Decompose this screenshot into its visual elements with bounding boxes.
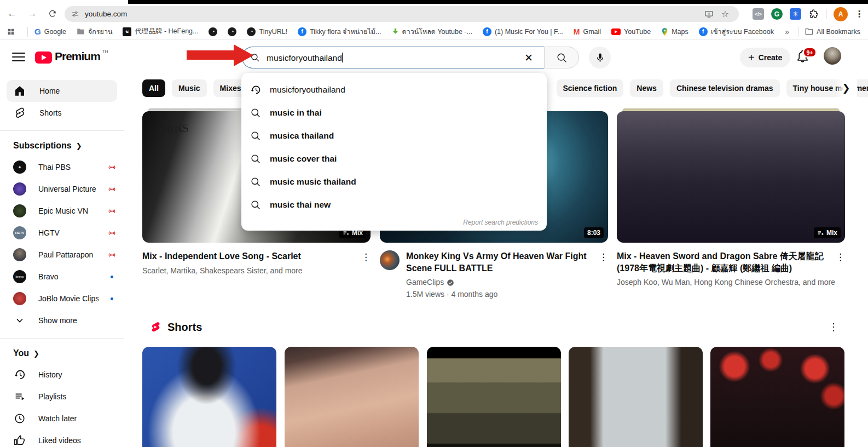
- bookmark-music-for-you[interactable]: f(1) Music For You | F...: [483, 27, 563, 36]
- youtube-premium-logo[interactable]: Premium TH: [35, 50, 108, 64]
- browser-menu-icon[interactable]: ⋮: [855, 9, 864, 19]
- video-title[interactable]: Monkey King Vs Army Of Heaven War Fight …: [406, 250, 608, 274]
- toolbar-divider: [826, 9, 826, 19]
- devtools-extension-icon[interactable]: </>: [753, 8, 764, 20]
- bookmark-tinyurl[interactable]: ◔TinyURL!: [247, 27, 287, 36]
- search-button[interactable]: [544, 47, 579, 68]
- snowflake-extension-icon[interactable]: ✳: [790, 8, 801, 20]
- site-info-icon[interactable]: [71, 10, 79, 18]
- account-avatar[interactable]: [824, 47, 841, 65]
- bookmark-globe-1[interactable]: ◔: [209, 27, 217, 36]
- bookmark-youtube[interactable]: YouTube: [611, 28, 651, 36]
- chip-chinese-tv-dramas[interactable]: Chinese television dramas: [670, 79, 780, 97]
- channel-name[interactable]: GameClips: [406, 277, 444, 288]
- sidebar-item-home[interactable]: Home: [7, 80, 117, 102]
- sidebar-subscription-joblo[interactable]: JoBlo Movie Clips: [0, 288, 124, 310]
- video-title[interactable]: Mix - Independent Love Song - Scarlet: [142, 250, 371, 262]
- browser-profile-avatar[interactable]: A: [834, 7, 848, 21]
- clear-search-button[interactable]: ✕: [521, 51, 536, 64]
- channel-avatar[interactable]: [380, 250, 400, 270]
- shorts-menu-button[interactable]: ⋮: [829, 321, 838, 333]
- verified-badge-icon: [447, 279, 454, 286]
- url-text[interactable]: youtube.com: [85, 10, 704, 18]
- sidebar-item-watch-later[interactable]: Watch later: [0, 408, 124, 429]
- search-icon: [250, 153, 261, 164]
- browser-toolbar: ← → youtube.com ☆ </> G ✳ A: [0, 4, 868, 24]
- sidebar-subscription-universal[interactable]: Universal Picture...: [0, 178, 124, 200]
- screen: ← → youtube.com ☆ </> G ✳ A: [0, 0, 868, 447]
- reload-icon: [48, 9, 57, 18]
- report-search-predictions-link[interactable]: Report search predictions: [463, 219, 538, 226]
- grammarly-extension-icon[interactable]: G: [771, 8, 783, 20]
- sidebar-item-history[interactable]: History: [0, 364, 124, 386]
- sidebar-show-more[interactable]: Show more: [0, 310, 124, 331]
- suggestion-item-4[interactable]: music cover thai: [241, 147, 547, 170]
- extensions-puzzle-icon[interactable]: [808, 9, 819, 19]
- sidebar-item-shorts[interactable]: Shorts: [7, 102, 117, 124]
- bookmark-google[interactable]: GGoogle: [34, 27, 66, 36]
- video-subtitle[interactable]: Joseph Koo, Wu Man, Hong Kong Chinese Or…: [617, 277, 845, 288]
- bookmark-star-icon[interactable]: ☆: [721, 9, 729, 19]
- install-app-icon[interactable]: [704, 9, 714, 19]
- video-thumbnail[interactable]: Mix: [617, 111, 845, 243]
- chip-science-fiction[interactable]: Science fiction: [557, 79, 624, 97]
- search-query-text[interactable]: musicforyouthailand: [267, 53, 521, 63]
- bookmark-gmail[interactable]: MGmail: [574, 27, 601, 36]
- bookmark-tikky-flora[interactable]: fTikky flora จำหน่ายไม้...: [298, 26, 381, 37]
- sidebar-divider: [0, 338, 124, 339]
- shorts-card-1[interactable]: [142, 347, 276, 447]
- sidebar-subscription-epic-music-vn[interactable]: Epic Music VN: [0, 200, 124, 222]
- sidebar-item-playlists[interactable]: Playlists: [0, 386, 124, 408]
- guide-menu-button[interactable]: [12, 51, 25, 62]
- video-menu-button[interactable]: ⋮: [599, 251, 608, 263]
- apps-grid-icon[interactable]: [7, 27, 15, 36]
- suggestion-item-6[interactable]: music thai new: [241, 193, 547, 216]
- voice-search-button[interactable]: [589, 47, 611, 68]
- shorts-card-4[interactable]: [569, 347, 703, 447]
- bookmarks-overflow-chevron[interactable]: »: [785, 27, 789, 36]
- shorts-card-3[interactable]: [427, 347, 561, 447]
- suggestion-item-2[interactable]: music in thai: [241, 101, 547, 124]
- back-button[interactable]: ←: [4, 5, 20, 22]
- search-icon: [250, 176, 261, 187]
- search-input[interactable]: musicforyouthailand ✕: [242, 47, 544, 68]
- sidebar-subscription-thai-pbs[interactable]: ✦ Thai PBS: [0, 156, 124, 178]
- reload-button[interactable]: [44, 5, 61, 22]
- sidebar-subscription-bravo[interactable]: bravo Bravo: [0, 266, 124, 288]
- bookmark-hefeng[interactable]: ☯代理品牌 - HeFeng...: [123, 27, 198, 36]
- shorts-title: Shorts: [167, 321, 202, 334]
- notifications-button[interactable]: 9+: [796, 49, 812, 66]
- shorts-card-2[interactable]: [285, 347, 419, 447]
- bookmark-globe-2[interactable]: ◔: [228, 27, 236, 36]
- suggestion-item-5[interactable]: music music thailand: [241, 170, 547, 193]
- suggestion-item-1[interactable]: musicforyouthailand: [241, 78, 547, 101]
- all-bookmarks-button[interactable]: All Bookmarks: [805, 28, 860, 36]
- live-badge-icon: [108, 185, 116, 193]
- video-menu-button[interactable]: ⋮: [836, 251, 845, 263]
- chip-news[interactable]: News: [630, 79, 663, 97]
- url-bar[interactable]: youtube.com ☆: [65, 6, 739, 22]
- shorts-card-5[interactable]: [710, 347, 844, 447]
- sidebar-subscription-hgtv[interactable]: HGTV HGTV: [0, 222, 124, 244]
- video-subtitle[interactable]: Scarlet, Martika, Shakespears Sister, an…: [142, 266, 371, 277]
- bookmark-maps[interactable]: Maps: [661, 27, 688, 36]
- bookmark-facebook-login[interactable]: fเข้าสู่ระบบ Facebook: [699, 26, 774, 37]
- new-content-dot: [111, 276, 113, 278]
- chip-all[interactable]: All: [142, 79, 165, 97]
- youtube-icon: [611, 28, 621, 35]
- sidebar-subscription-paul-pattarapon[interactable]: Paul Pattarapon ...: [0, 244, 124, 266]
- sidebar-you-header[interactable]: You❯: [0, 345, 124, 364]
- notification-count-badge: 9+: [803, 47, 817, 58]
- live-badge-icon: [108, 251, 116, 259]
- forward-button[interactable]: →: [24, 5, 40, 22]
- chip-music[interactable]: Music: [172, 79, 207, 97]
- suggestion-item-3[interactable]: musica thailand: [241, 124, 547, 147]
- video-menu-button[interactable]: ⋮: [361, 251, 371, 263]
- chips-scroll-right-button[interactable]: ❯: [835, 79, 857, 97]
- bookmark-download-youtube[interactable]: ดาวน์โหลด Youtube -...: [392, 26, 472, 37]
- bookmark-folder-thai[interactable]: จักรยาน: [77, 26, 113, 37]
- sidebar-subscriptions-header[interactable]: Subscriptions❯: [0, 137, 124, 156]
- sidebar-item-liked-videos[interactable]: Liked videos: [0, 429, 124, 447]
- video-title[interactable]: Mix - Heaven Sword and Dragon Sabre 倚天屠龍…: [617, 250, 845, 274]
- create-button[interactable]: + Create: [740, 48, 790, 67]
